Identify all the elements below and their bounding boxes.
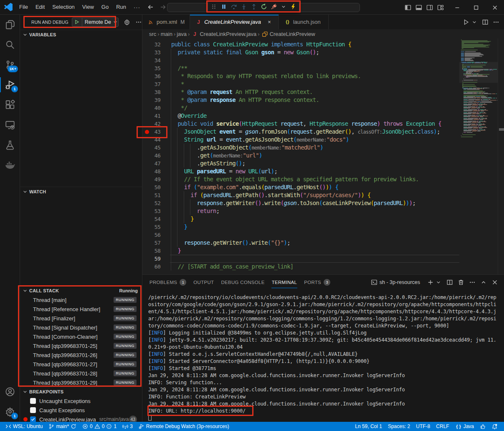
breakpoint-checkbox[interactable] <box>30 407 36 413</box>
code-line-37[interactable]: 37 * <box>142 80 459 88</box>
statusbar-indentation[interactable]: Spaces: 2 <box>385 422 413 431</box>
code-line-56[interactable]: 56 <box>142 231 459 239</box>
launch-config-dropdown[interactable]: Remote De <box>72 18 119 27</box>
breakpoint-row[interactable]: Uncaught Exceptions <box>20 396 142 406</box>
panel-tab-terminal[interactable]: TERMINAL <box>271 275 299 289</box>
start-debug-icon[interactable] <box>74 19 80 25</box>
menu-edit[interactable]: Edit <box>32 2 48 13</box>
statusbar-eol[interactable]: CRLF <box>433 422 452 431</box>
pause-button[interactable] <box>220 3 227 10</box>
tab-launch.json[interactable]: {}launch.json <box>279 15 329 29</box>
close-panel-button[interactable] <box>491 278 499 286</box>
statusbar-notifications[interactable] <box>489 422 501 431</box>
debug-settings-gear-icon[interactable] <box>124 19 130 25</box>
panel-more-actions-button[interactable] <box>468 278 476 286</box>
code-line-33[interactable]: 33 private static final Gson gson = new … <box>142 48 459 56</box>
restart-button[interactable] <box>261 3 267 10</box>
code-line-45[interactable]: 45 .getAsJsonObject(memberName:"matchedU… <box>142 144 459 152</box>
watch-section-header[interactable]: WATCH <box>20 187 142 196</box>
activity-search[interactable] <box>0 35 20 55</box>
code-line-59[interactable]: 59 <box>142 255 459 263</box>
breakpoints-section-header[interactable]: BREAKPOINTS <box>20 387 142 396</box>
variables-section-header[interactable]: VARIABLES <box>20 30 142 39</box>
toggle-primary-sidebar-icon[interactable] <box>405 4 411 11</box>
thread-row[interactable]: Thread [main]RUNNING <box>20 295 142 304</box>
code-line-39[interactable]: 39 * @param response An HTTP response co… <box>142 96 459 104</box>
minimize-button[interactable] <box>448 0 466 15</box>
disconnect-button[interactable] <box>271 3 277 10</box>
code-line-32[interactable]: 32public class CreateLinkPreview impleme… <box>142 41 459 48</box>
terminal-output[interactable]: /pierrick/.m2/repository/io/cloudevents/… <box>148 294 504 422</box>
run-dropdown-chevron-icon[interactable] <box>470 18 479 27</box>
activity-remote-explorer[interactable] <box>0 115 20 135</box>
code-line-46[interactable]: 46 .get(memberName:"url") <box>142 152 459 160</box>
menu-more-icon[interactable]: ··· <box>130 4 144 10</box>
code-line-47[interactable]: 47 .getAsString(); <box>142 160 459 167</box>
code-line-50[interactable]: 50 if ("example.com".equals(parsedURL.ge… <box>142 183 459 191</box>
maximize-panel-button[interactable] <box>479 278 488 286</box>
thread-row[interactable]: Thread [Reference Handler]RUNNING <box>20 304 142 314</box>
menu-view[interactable]: View <box>79 2 98 13</box>
minimap[interactable] <box>459 38 498 274</box>
statusbar-cursor-position[interactable]: Ln 59, Col 1 <box>352 422 385 431</box>
code-line-43[interactable]: 43 JsonObject event = gson.fromJson(requ… <box>142 128 459 136</box>
panel-tab-problems[interactable]: PROBLEMS1 <box>148 275 187 289</box>
code-line-44[interactable]: 44 String url = event.getAsJsonObject(me… <box>142 136 459 144</box>
code-line-58[interactable]: 58 } <box>142 247 459 255</box>
kill-terminal-button[interactable] <box>457 278 465 286</box>
code-editor[interactable]: 32public class CreateLinkPreview impleme… <box>142 38 504 274</box>
activity-source-control[interactable]: 1K+ <box>0 55 20 75</box>
menu-run[interactable]: Run <box>112 2 130 13</box>
thread-row[interactable]: Thread [Common-Cleaner]RUNNING <box>20 332 142 341</box>
editor-more-actions-button[interactable] <box>491 18 501 27</box>
nav-forward-icon[interactable] <box>160 4 166 10</box>
menu-go[interactable]: Go <box>98 2 112 13</box>
breakpoint-row[interactable]: CreateLinkPreview.javasrc/main/java43 <box>20 415 142 422</box>
terminal-dropdown-chevron-icon[interactable] <box>434 278 443 286</box>
code-line-54[interactable]: 54 } <box>142 215 459 223</box>
overview-ruler-scrollbar[interactable] <box>498 38 504 274</box>
code-line-51[interactable]: 51 if (parsedURL.getPath().startsWith("/… <box>142 191 459 199</box>
panel-tab-output[interactable]: OUTPUT <box>192 275 215 289</box>
code-line-52[interactable]: 52 response.getWriter().write(gson.toJso… <box>142 199 459 207</box>
code-line-57[interactable]: 57 response.getWriter().write("{}"); <box>142 239 459 247</box>
customize-layout-icon[interactable] <box>437 4 444 11</box>
code-line-55[interactable]: 55 } <box>142 223 459 231</box>
code-line-49[interactable]: 49 // If the event object URL matches a … <box>142 175 459 183</box>
code-line-41[interactable]: 41 @Override <box>142 112 459 120</box>
views-more-actions-icon[interactable] <box>135 19 142 25</box>
activity-testing[interactable] <box>0 135 20 155</box>
breadcrumb-item[interactable]: ›main <box>156 31 172 37</box>
statusbar-remote-indicator[interactable]: WSL: Ubuntu <box>3 422 46 431</box>
toggle-secondary-sidebar-icon[interactable] <box>426 4 433 11</box>
code-line-48[interactable]: 48 URL parsedURL = new URL(url); <box>142 167 459 175</box>
statusbar-encoding[interactable]: UTF-8 <box>413 422 433 431</box>
new-terminal-button[interactable] <box>426 278 435 286</box>
code-line-34[interactable]: 34 <box>142 56 459 64</box>
thread-row[interactable]: Thread [qtp399683701-26]RUNNING <box>20 350 142 360</box>
statusbar-git-branch[interactable]: main* <box>46 422 79 431</box>
code-line-38[interactable]: 38 * @param request An HTTP request cont… <box>142 88 459 96</box>
statusbar-feedback[interactable] <box>477 422 489 431</box>
thread-row[interactable]: Thread [qtp399683701-29]RUNNING <box>20 378 142 387</box>
thread-row[interactable]: Thread [Finalizer]RUNNING <box>20 314 142 323</box>
thread-row[interactable]: Thread [qtp399683701-27]RUNNING <box>20 360 142 369</box>
activity-settings[interactable]: 1 <box>0 402 20 422</box>
disconnect-chevron-icon[interactable] <box>281 4 286 10</box>
hot-code-replace-button[interactable] <box>290 3 296 10</box>
breakpoint-checkbox[interactable] <box>30 416 36 422</box>
tab-CreateLinkPreview.java[interactable]: JCreateLinkPreview.java× <box>190 15 279 29</box>
activity-accounts[interactable] <box>0 382 20 402</box>
thread-row[interactable]: Thread [Signal Dispatcher]RUNNING <box>20 323 142 332</box>
code-line-40[interactable]: 40 */ <box>142 104 459 112</box>
nav-back-icon[interactable] <box>147 4 154 10</box>
menu-selection[interactable]: Selection <box>48 2 78 13</box>
step-into-button[interactable] <box>241 3 247 10</box>
breadcrumb-item[interactable]: ›CreateLinkPreview <box>256 31 315 37</box>
close-button[interactable] <box>485 0 504 15</box>
step-out-button[interactable] <box>251 3 257 10</box>
code-line-35[interactable]: 35 /** <box>142 64 459 72</box>
split-editor-button[interactable] <box>481 18 490 27</box>
toggle-panel-icon[interactable] <box>415 4 422 11</box>
statusbar-ports[interactable]: 3 <box>119 422 136 431</box>
